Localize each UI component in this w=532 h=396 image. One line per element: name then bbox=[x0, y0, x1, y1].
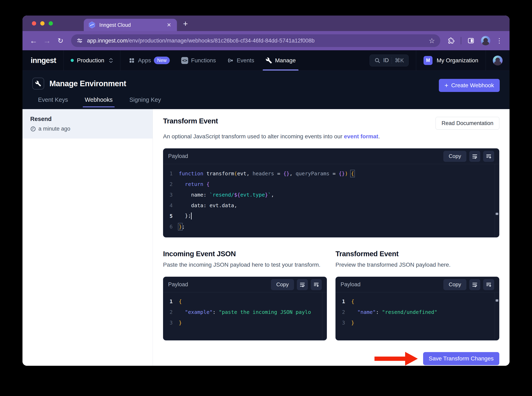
inngest-favicon bbox=[88, 21, 96, 29]
extensions-icon[interactable] bbox=[448, 37, 455, 44]
browser-tab[interactable]: Inngest Cloud ✕ bbox=[84, 19, 177, 31]
save-transform-changes-button[interactable]: Save Transform Changes bbox=[423, 352, 499, 365]
code-line: 2 "name": "resend/undefined" bbox=[336, 307, 499, 317]
save-row: Save Transform Changes bbox=[163, 351, 499, 366]
tab-event-keys[interactable]: Event Keys bbox=[36, 96, 70, 107]
site-settings-icon[interactable] bbox=[76, 37, 83, 44]
env-status-dot bbox=[71, 59, 74, 62]
address-bar[interactable]: app.inngest.com/env/production/manage/we… bbox=[71, 34, 440, 47]
env-name: Production bbox=[77, 57, 104, 64]
editor-scrollbar bbox=[495, 292, 499, 340]
tab-strip: Inngest Cloud ✕ + bbox=[23, 16, 509, 31]
bookmark-star-icon[interactable]: ☆ bbox=[429, 37, 435, 45]
description-period: . bbox=[378, 133, 380, 140]
new-tab-button[interactable]: + bbox=[183, 17, 188, 30]
transform-event-title: Transform Event bbox=[163, 117, 218, 125]
payload-label: Payload bbox=[168, 153, 188, 159]
browser-profile-avatar[interactable] bbox=[481, 36, 490, 45]
nav-item-label: Functions bbox=[191, 57, 216, 64]
code-line: 3} bbox=[336, 317, 499, 328]
code-line: 4 data: evt.data, bbox=[163, 200, 499, 211]
browser-toolbar: ← → ↻ app.inngest.com/env/production/man… bbox=[23, 31, 509, 50]
line-number: 5 bbox=[163, 213, 179, 219]
editor-code-area[interactable]: 1function transform(evt, headers = {}, q… bbox=[163, 164, 499, 232]
nav-divider bbox=[486, 50, 486, 70]
incoming-json-code-area[interactable]: 1{2 "example": "paste the incoming JSON … bbox=[163, 292, 327, 328]
format-code-button[interactable] bbox=[311, 279, 322, 290]
content: Resend a minute ago Transform Event Read… bbox=[23, 109, 509, 366]
editor-scrollbar bbox=[322, 292, 327, 340]
description-text: An optional JavaScript transform used to… bbox=[163, 133, 344, 140]
scrollbar-thumb[interactable] bbox=[496, 299, 498, 302]
org-avatar: M bbox=[423, 56, 433, 65]
nav-item-apps[interactable]: Apps New bbox=[128, 50, 170, 70]
new-badge: New bbox=[154, 57, 170, 64]
copy-button[interactable]: Copy bbox=[443, 279, 466, 290]
scrollbar-thumb[interactable] bbox=[496, 213, 498, 215]
editor-header: Payload Copy bbox=[163, 277, 327, 292]
manage-environment-header: Manage Environment + Create Webhook Even… bbox=[23, 71, 509, 109]
back-button[interactable]: ← bbox=[28, 36, 39, 45]
webhook-list-item-resend[interactable]: Resend a minute ago bbox=[23, 109, 153, 139]
incoming-json-editor: Payload Copy bbox=[163, 277, 327, 340]
forward-button[interactable]: → bbox=[41, 36, 53, 45]
app-nav: inngest Production Apps New bbox=[23, 50, 509, 71]
editor-scrollbar bbox=[495, 164, 499, 237]
clock-icon bbox=[30, 126, 36, 132]
webhook-name: Resend bbox=[30, 116, 153, 122]
word-wrap-button[interactable] bbox=[469, 151, 480, 162]
browser-window: Inngest Cloud ✕ + ← → ↻ app.inngest.com/… bbox=[23, 16, 509, 366]
code-line: 2 "example": "paste the incoming JSON pa… bbox=[163, 307, 327, 317]
create-webhook-label: Create Webhook bbox=[451, 82, 494, 89]
format-indent-icon bbox=[486, 282, 492, 288]
code-line: 1function transform(evt, headers = {}, q… bbox=[163, 168, 499, 179]
url-text: app.inngest.com/env/production/manage/we… bbox=[87, 38, 426, 44]
transformed-json-viewer: Payload Copy bbox=[335, 277, 499, 340]
line-number: 2 bbox=[336, 309, 351, 315]
tab-webhooks[interactable]: Webhooks bbox=[83, 96, 115, 107]
code-line: 3} bbox=[163, 317, 327, 328]
browser-menu-icon[interactable]: ⋮ bbox=[496, 37, 503, 45]
format-code-button[interactable] bbox=[483, 279, 494, 290]
inngest-logo[interactable]: inngest bbox=[31, 56, 64, 65]
tab-signing-key[interactable]: Signing Key bbox=[127, 96, 163, 107]
nav-item-label: Events bbox=[237, 57, 254, 64]
payload-label: Payload bbox=[168, 281, 188, 288]
org-switcher[interactable]: M My Organization bbox=[416, 50, 486, 70]
code-line: 1{ bbox=[163, 296, 327, 307]
webhook-updated-time: a minute ago bbox=[38, 126, 70, 132]
close-window-button[interactable] bbox=[32, 21, 36, 26]
word-wrap-button[interactable] bbox=[297, 279, 308, 290]
user-avatar[interactable] bbox=[493, 56, 503, 65]
search-shortcut[interactable]: ID ⌘K bbox=[370, 55, 409, 66]
copy-button[interactable]: Copy bbox=[443, 151, 466, 162]
line-number: 1 bbox=[163, 298, 179, 304]
incoming-event-column: Incoming Event JSON Paste the incoming J… bbox=[163, 250, 327, 340]
tab-close-icon[interactable]: ✕ bbox=[166, 22, 173, 28]
reload-button[interactable]: ↻ bbox=[55, 37, 66, 45]
side-panel-icon[interactable] bbox=[468, 37, 474, 44]
transformed-json-code-area[interactable]: 1{2 "name": "resend/undefined"3} bbox=[336, 292, 499, 328]
plus-icon: + bbox=[445, 82, 448, 89]
read-documentation-button[interactable]: Read Documentation bbox=[436, 117, 499, 129]
create-webhook-button[interactable]: + Create Webhook bbox=[439, 79, 500, 92]
event-format-link[interactable]: event format bbox=[344, 133, 378, 140]
line-number: 2 bbox=[163, 181, 179, 187]
minimize-window-button[interactable] bbox=[40, 21, 45, 26]
format-indent-icon bbox=[313, 282, 319, 288]
nav-item-functions[interactable]: <> Functions bbox=[181, 50, 216, 70]
transform-description: An optional JavaScript transform used to… bbox=[163, 133, 499, 140]
wrench-icon bbox=[266, 57, 272, 64]
payload-label: Payload bbox=[341, 281, 361, 288]
url-host: app.inngest.com bbox=[87, 38, 127, 44]
format-code-button[interactable] bbox=[483, 151, 494, 162]
word-wrap-button[interactable] bbox=[469, 279, 480, 290]
org-name: My Organization bbox=[437, 57, 478, 64]
environment-switcher[interactable]: Production bbox=[64, 50, 120, 70]
nav-item-manage[interactable]: Manage bbox=[266, 50, 296, 70]
zoom-window-button[interactable] bbox=[49, 21, 53, 26]
screen: Inngest Cloud ✕ + ← → ↻ app.inngest.com/… bbox=[0, 0, 532, 396]
copy-button[interactable]: Copy bbox=[271, 279, 294, 290]
line-number: 1 bbox=[163, 171, 179, 176]
nav-item-events[interactable]: Events bbox=[227, 50, 254, 70]
